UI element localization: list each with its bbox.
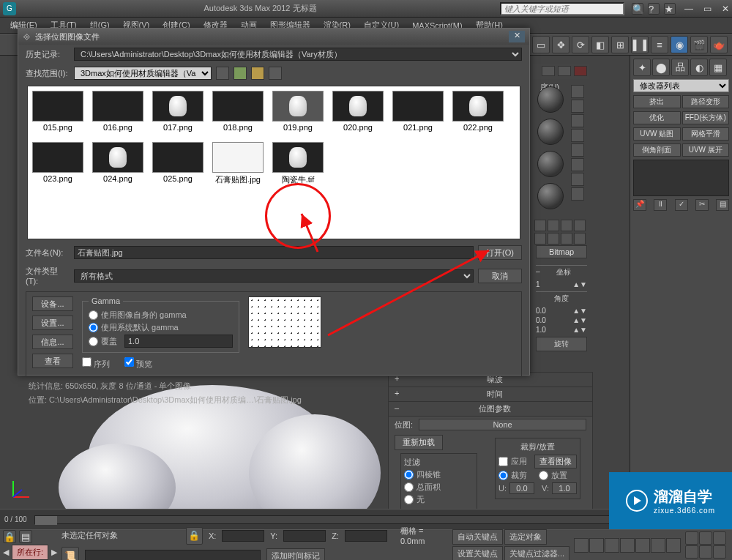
tool-scale-icon[interactable]: ◧	[591, 36, 609, 53]
selset-icon[interactable]: ▤	[19, 530, 32, 543]
sequence-checkbox[interactable]	[82, 357, 92, 367]
reload-button[interactable]: 重新加载	[395, 435, 443, 450]
cp-create-icon[interactable]: ✦	[633, 59, 651, 76]
mat-tool-icon[interactable]	[561, 233, 572, 244]
file-item[interactable]: 018.png	[212, 91, 264, 132]
tool-mirror-icon[interactable]: ▌▐	[631, 36, 649, 53]
mod-btn-ffd[interactable]: FFD(长方体)	[682, 111, 730, 124]
mat-tool-icon[interactable]	[548, 233, 559, 244]
minimize-icon[interactable]: —	[684, 4, 693, 14]
nav-back-icon[interactable]	[216, 67, 229, 80]
nav-up-icon[interactable]	[234, 67, 247, 80]
tool-material-editor-icon[interactable]: ◉	[671, 36, 688, 53]
nav-zoom-icon[interactable]	[699, 531, 712, 545]
file-item[interactable]: 022.png	[452, 91, 504, 132]
history-dropdown[interactable]: C:\Users\Administrator\Desktop\3Dmax如何使用…	[74, 48, 522, 61]
maximize-icon[interactable]: ▭	[703, 4, 712, 14]
unique-icon[interactable]: ✓	[675, 199, 688, 211]
crop-w-spinner[interactable]: 1.0	[552, 482, 577, 494]
mat-select-icon[interactable]	[571, 173, 584, 186]
prev-frame-icon[interactable]	[589, 538, 604, 553]
mod-btn-uvwmap[interactable]: UVW 贴图	[633, 127, 681, 141]
gamma-override-radio[interactable]	[89, 337, 98, 346]
config-icon[interactable]: ▤	[716, 199, 729, 211]
mat-video-icon[interactable]	[571, 143, 584, 157]
mat-options-icon[interactable]	[571, 158, 584, 171]
time-config-icon[interactable]	[666, 538, 681, 553]
addtime-button[interactable]: 添加时间标记	[266, 548, 325, 561]
help-icon[interactable]: ?	[648, 3, 660, 15]
file-item[interactable]: 石膏贴图.jpg	[212, 142, 264, 185]
tool-render-setup-icon[interactable]: 🎬	[690, 36, 708, 53]
nav-pan-icon[interactable]	[685, 531, 698, 545]
file-item[interactable]: 016.png	[92, 91, 143, 132]
file-item[interactable]: 015.png	[32, 91, 83, 132]
nav-orbit-icon[interactable]	[699, 545, 712, 559]
show-end-icon[interactable]: Ⅱ	[654, 199, 667, 211]
cp-display-icon[interactable]: ▦	[709, 59, 727, 76]
mod-btn-uvwunwrap[interactable]: UVW 展开	[682, 143, 730, 157]
place-radio[interactable]	[539, 471, 548, 480]
search-icon[interactable]: 🔍	[632, 3, 643, 15]
dialog-titlebar[interactable]: 🞜 选择位图图像文件 ✕	[18, 29, 529, 45]
nav-viewmenu-icon[interactable]	[269, 67, 282, 80]
file-item[interactable]: 020.png	[332, 91, 384, 132]
mod-btn-pathdeform[interactable]: 路径变形	[682, 95, 730, 108]
script-icon[interactable]: 📜	[61, 547, 79, 560]
tool-select-icon[interactable]: ▭	[532, 36, 550, 53]
mat-backlight-icon[interactable]	[571, 100, 584, 113]
apply-checkbox[interactable]	[498, 457, 508, 466]
coord-z-input[interactable]	[345, 530, 387, 542]
selkey-dropdown[interactable]: 选定对象	[504, 529, 547, 545]
setup-button[interactable]: 设置...	[32, 316, 73, 330]
tool-render-icon[interactable]: 🫖	[710, 36, 728, 53]
lock-selection-icon[interactable]: 🔒	[186, 527, 203, 545]
help-search-input[interactable]	[500, 2, 624, 15]
filter-pyramidal-radio[interactable]	[404, 470, 414, 479]
autokey-button[interactable]: 自动关键点	[452, 529, 503, 545]
play-icon[interactable]	[605, 538, 619, 553]
filetype-dropdown[interactable]: 所有格式	[74, 269, 474, 283]
filename-input[interactable]	[74, 246, 474, 259]
map-type-button[interactable]: Bitmap	[536, 245, 587, 258]
material-slot[interactable]	[537, 151, 564, 177]
close-icon[interactable]: ✕	[722, 4, 729, 14]
file-item[interactable]: 019.png	[272, 91, 324, 132]
cp-modify-icon[interactable]: ⬤	[652, 59, 670, 76]
crop-radio[interactable]	[498, 471, 508, 480]
mod-btn-extrude[interactable]: 挤出	[633, 95, 681, 108]
cp-motion-icon[interactable]: ◐	[690, 59, 708, 76]
filter-summed-radio[interactable]	[404, 482, 414, 492]
setkey-button[interactable]: 设置关键点	[452, 546, 503, 561]
nav-zoomext-icon[interactable]	[713, 531, 726, 545]
file-item[interactable]: 024.png	[92, 142, 143, 185]
time-slider-handle[interactable]	[35, 516, 57, 525]
mat-uvtile-icon[interactable]	[571, 129, 584, 142]
filter-none-radio[interactable]	[404, 495, 414, 504]
tool-snap-icon[interactable]: ⊞	[611, 36, 629, 53]
coord-y-input[interactable]	[283, 530, 326, 542]
open-button[interactable]: 打开(O)	[478, 245, 522, 260]
mat-matid-icon[interactable]	[571, 187, 584, 201]
coord-x-input[interactable]	[222, 530, 264, 542]
pin-stack-icon[interactable]: 📌	[633, 199, 646, 211]
keyfilter-button[interactable]: 关键点过滤器...	[504, 546, 569, 561]
info-button[interactable]: 信息...	[32, 335, 73, 349]
star-icon[interactable]: ★	[664, 3, 676, 15]
tool-rotate-icon[interactable]: ⟳	[572, 36, 589, 53]
nav-maximize-icon[interactable]	[713, 545, 726, 559]
mat-tool-icon[interactable]	[574, 233, 586, 244]
mat-tool-icon[interactable]	[561, 220, 572, 231]
material-slot[interactable]	[537, 86, 564, 113]
next-frame-icon[interactable]	[620, 538, 635, 553]
view-image-button[interactable]: 查看图像	[534, 455, 577, 468]
mod-btn-bevel[interactable]: 倒角剖面	[633, 143, 681, 157]
mat-tool-icon[interactable]	[548, 220, 559, 231]
cancel-button[interactable]: 取消	[478, 269, 522, 283]
file-item[interactable]: 025.png	[152, 142, 203, 185]
track-tab[interactable]: 所在行:	[12, 545, 48, 560]
mat-sample-type-icon[interactable]	[571, 85, 584, 98]
mod-btn-optimize[interactable]: 优化	[633, 111, 681, 124]
key-mode-icon[interactable]	[651, 538, 665, 553]
file-item[interactable]: 017.png	[152, 91, 203, 132]
